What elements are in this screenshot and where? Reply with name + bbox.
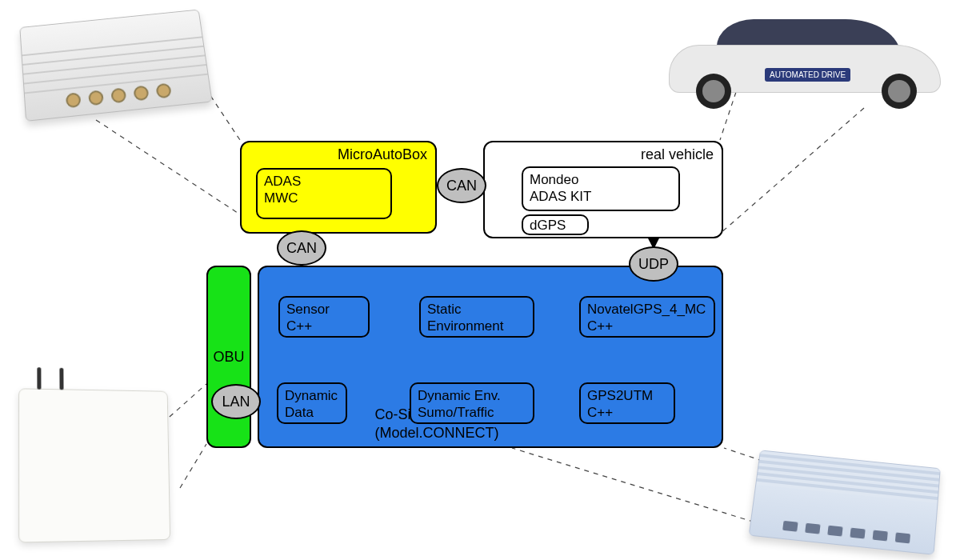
static-env-line2: Environment	[427, 318, 526, 334]
static-env-line1: Static	[427, 301, 526, 318]
obu-box: OBU	[206, 266, 251, 448]
svg-line-1	[96, 120, 240, 214]
obu-device-image	[19, 389, 171, 541]
dynamic-env-box: Dynamic Env. Sumo/Traffic	[410, 382, 534, 424]
sensor-line1: Sensor	[286, 301, 362, 318]
dgps-box: dGPS	[522, 214, 589, 235]
lan-label: LAN	[222, 394, 250, 410]
adas-line2: MWC	[264, 190, 384, 206]
dynenv-line1: Dynamic Env.	[418, 387, 526, 404]
sensor-line2: C++	[286, 318, 362, 334]
adas-mwc-box: ADAS MWC	[256, 168, 392, 219]
lan-bubble: LAN	[211, 384, 261, 419]
microautobox-box: MicroAutoBox ADAS MWC	[240, 141, 437, 234]
mondeo-line2: ADAS KIT	[530, 188, 672, 205]
dynamic-data-box: Dynamic Data	[277, 382, 347, 424]
diagram-stage: AUTOMATED DRIVE MicroAutoBox ADAS MWC re…	[0, 0, 960, 560]
vehicle-image: AUTOMATED DRIVE	[669, 10, 941, 114]
dyndata-line1: Dynamic	[285, 387, 339, 404]
dgps-label: dGPS	[530, 218, 566, 233]
adas-line1: ADAS	[264, 173, 384, 190]
gps2utm-line2: C++	[587, 404, 667, 421]
microautobox-title: MicroAutoBox	[338, 146, 427, 164]
static-env-box: Static Environment	[419, 296, 534, 338]
dyndata-line2: Data	[285, 404, 339, 421]
svg-line-3	[720, 108, 864, 234]
gps2utm-line1: GPS2UTM	[587, 387, 667, 404]
mondeo-line1: Mondeo	[530, 171, 672, 188]
gps2utm-box: GPS2UTM C++	[579, 382, 675, 424]
can-top-bubble: CAN	[437, 168, 486, 203]
can-left-bubble: CAN	[277, 230, 326, 266]
novatel-line2: C++	[587, 318, 707, 334]
dynenv-line2: Sumo/Traffic	[418, 404, 526, 421]
novatel-line1: NovatelGPS_4_MC	[587, 301, 707, 318]
vehicle-badge: AUTOMATED DRIVE	[765, 68, 850, 82]
svg-line-5	[180, 444, 206, 488]
obu-label: OBU	[214, 348, 245, 366]
udp-bubble: UDP	[629, 246, 678, 282]
sensor-box: Sensor C++	[278, 296, 370, 338]
cosim-platform-box: Co-Simulation Platform (Model.CONNECT) S…	[258, 266, 723, 448]
real-vehicle-box: real vehicle Mondeo ADAS KIT dGPS	[483, 141, 723, 238]
udp-label: UDP	[638, 256, 669, 273]
can-top-label: CAN	[446, 178, 477, 194]
novatel-box: NovatelGPS_4_MC C++	[579, 296, 715, 338]
industrial-pc-image	[754, 458, 938, 546]
can-left-label: CAN	[286, 240, 317, 257]
real-vehicle-title: real vehicle	[641, 146, 714, 164]
mondeo-adas-kit-box: Mondeo ADAS KIT	[522, 166, 680, 211]
microautobox-device-image	[22, 16, 206, 112]
